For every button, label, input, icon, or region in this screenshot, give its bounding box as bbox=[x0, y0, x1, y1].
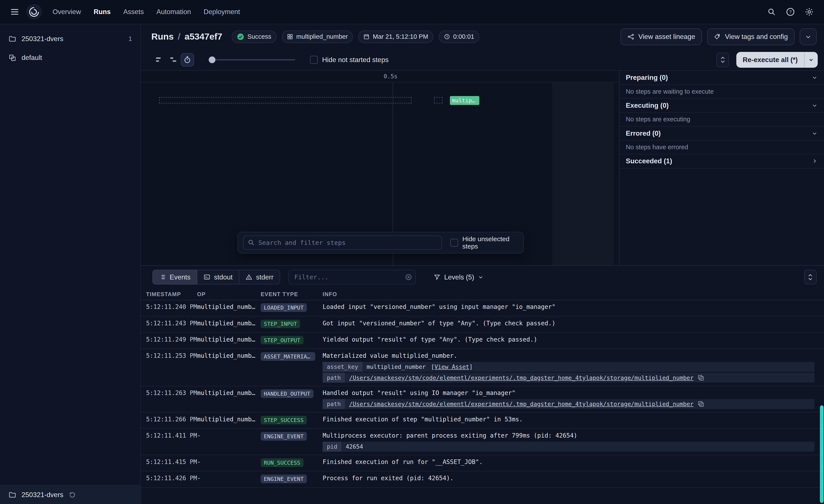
breadcrumb-runs-link[interactable]: Runs bbox=[151, 31, 174, 42]
calendar-icon bbox=[363, 33, 370, 40]
log-info-text: Materialized value multiplied_number. bbox=[323, 352, 815, 359]
top-navbar: Overview Runs Assets Automation Deployme… bbox=[0, 0, 824, 24]
step-search-input[interactable] bbox=[243, 236, 442, 250]
metadata-key: path bbox=[323, 399, 345, 409]
sidebar-item-default[interactable]: default bbox=[0, 48, 140, 67]
log-row[interactable]: 5:12:11.415 PM - RUN_SUCCESS Finished ex… bbox=[141, 455, 824, 471]
svg-text:?: ? bbox=[789, 9, 792, 14]
tab-events-label: Events bbox=[170, 273, 191, 281]
reexecute-all-button[interactable]: Re-execute all (*) bbox=[736, 52, 804, 68]
log-timestamp: 5:12:11.263 PM bbox=[146, 389, 197, 396]
refresh-icon[interactable] bbox=[69, 491, 76, 499]
folder-icon bbox=[8, 491, 16, 499]
run-duration: 0:00:01 bbox=[439, 30, 480, 43]
clear-filter-icon[interactable] bbox=[405, 273, 412, 281]
section-preparing-empty: No steps are waiting to execute bbox=[619, 85, 824, 99]
log-timestamp: 5:12:11.411 PM bbox=[146, 432, 197, 439]
settings-button[interactable] bbox=[802, 5, 817, 19]
chevron-down-icon bbox=[811, 75, 818, 81]
log-timestamp: 5:12:11.240 PM bbox=[146, 303, 197, 310]
log-info-text: Yielded output "result" of type "Any". (… bbox=[323, 336, 815, 343]
breadcrumb: Runs / a5347ef7 bbox=[151, 31, 222, 42]
log-row[interactable]: 5:12:11.266 PM multiplied_number STEP_SU… bbox=[141, 412, 824, 429]
log-row[interactable]: 5:12:11.253 PM multiplied_number ASSET_M… bbox=[141, 349, 824, 386]
log-info-text: Handled output "result" using IO manager… bbox=[323, 389, 815, 396]
help-button[interactable]: ? bbox=[783, 5, 798, 19]
log-row[interactable]: 5:12:11.240 PM multiplied_number LOADED_… bbox=[141, 300, 824, 317]
section-errored-empty: No steps have errored bbox=[619, 141, 824, 154]
tab-stdout[interactable]: stdout bbox=[197, 270, 239, 284]
tab-events[interactable]: Events bbox=[152, 270, 197, 284]
event-type-tag: LOADED_INPUT bbox=[261, 303, 307, 312]
flat-view-button[interactable] bbox=[152, 53, 166, 67]
logs-tabs: Events stdout stderr bbox=[152, 270, 280, 284]
expand-logs-button[interactable] bbox=[804, 270, 817, 284]
gantt-shaded-band bbox=[552, 83, 614, 265]
grid-icon bbox=[287, 33, 293, 40]
run-date: Mar 21, 5:12:10 PM bbox=[358, 30, 433, 43]
chevron-down-icon bbox=[811, 130, 818, 136]
path-link[interactable]: /Users/smackesey/stm/code/elementl/exper… bbox=[349, 374, 694, 381]
section-succeeded[interactable]: Succeeded (1) bbox=[619, 154, 824, 168]
hide-not-started-checkbox-group[interactable]: Hide not started steps bbox=[310, 56, 389, 64]
section-errored[interactable]: Errored (0) bbox=[619, 127, 824, 141]
nav-item-automation[interactable]: Automation bbox=[156, 8, 191, 16]
view-asset-lineage-button[interactable]: View asset lineage bbox=[620, 28, 702, 45]
hide-unselected-checkbox[interactable] bbox=[450, 239, 458, 247]
section-executing[interactable]: Executing (0) bbox=[619, 99, 824, 113]
dagster-logo[interactable] bbox=[26, 4, 42, 20]
hamburger-menu-button[interactable] bbox=[7, 5, 22, 19]
expand-collapse-panel-button[interactable] bbox=[716, 52, 729, 67]
hide-unselected-checkbox-group[interactable]: Hide unselected steps bbox=[450, 235, 518, 250]
log-info-text: Process for run exited (pid: 42654). bbox=[323, 475, 815, 482]
log-info-text: Multiprocess executor: parent process ex… bbox=[323, 432, 815, 439]
sidebar-footer[interactable]: 250321-dvers bbox=[0, 485, 140, 504]
log-row[interactable]: 5:12:11.263 PM multiplied_number HANDLED… bbox=[141, 386, 824, 413]
section-succeeded-title: Succeeded (1) bbox=[626, 157, 672, 165]
tab-stderr-label: stderr bbox=[256, 273, 274, 281]
levels-filter-button[interactable]: Levels (5) bbox=[428, 270, 489, 284]
log-op: - bbox=[197, 432, 261, 439]
log-op: multiplied_number bbox=[197, 336, 261, 343]
terminal-icon bbox=[204, 274, 210, 280]
nav-item-assets[interactable]: Assets bbox=[123, 8, 144, 16]
log-row[interactable]: 5:12:11.426 PM - ENGINE_EVENT Process fo… bbox=[141, 471, 824, 488]
log-row[interactable]: 5:12:11.411 PM - ENGINE_EVENT Multiproce… bbox=[141, 429, 824, 455]
gantt-toolbar: Hide not started steps Re-execute all (*… bbox=[141, 49, 824, 70]
timed-view-button[interactable] bbox=[181, 53, 194, 67]
asset-tag[interactable]: multiplied_number bbox=[282, 30, 353, 43]
sidebar-group-row[interactable]: 250321-dvers 1 bbox=[0, 29, 140, 48]
app-root: Overview Runs Assets Automation Deployme… bbox=[0, 0, 824, 504]
section-preparing[interactable]: Preparing (0) bbox=[619, 71, 824, 85]
metadata-key: pid bbox=[323, 442, 341, 452]
gantt-zoom-slider[interactable] bbox=[209, 56, 296, 64]
view-tags-config-button[interactable]: View tags and config bbox=[707, 28, 795, 45]
view-asset-link[interactable]: View Asset bbox=[434, 363, 470, 370]
metadata-row: path/Users/smackesey/stm/code/elementl/e… bbox=[323, 399, 815, 409]
reexecute-options-button[interactable] bbox=[804, 52, 818, 68]
log-row[interactable]: 5:12:11.243 PM multiplied_number STEP_IN… bbox=[141, 317, 824, 333]
run-actions-menu-button[interactable] bbox=[800, 28, 817, 45]
waterfall-view-button[interactable] bbox=[167, 53, 180, 67]
metadata-row: asset_keymultiplied_number[View Asset] bbox=[323, 362, 815, 372]
copy-icon[interactable] bbox=[698, 401, 704, 407]
search-button[interactable] bbox=[764, 5, 779, 19]
nav-item-runs[interactable]: Runs bbox=[94, 8, 111, 16]
logs-scrollbar-thumb[interactable] bbox=[820, 405, 824, 503]
log-timestamp: 5:12:11.266 PM bbox=[146, 416, 197, 423]
metadata-row: path/Users/smackesey/stm/code/elementl/e… bbox=[323, 373, 815, 383]
tab-stderr[interactable]: stderr bbox=[239, 270, 280, 284]
copy-icon[interactable] bbox=[698, 375, 704, 381]
nav-item-overview[interactable]: Overview bbox=[53, 8, 81, 16]
metadata-value: /Users/smackesey/stm/code/elementl/exper… bbox=[345, 373, 815, 383]
log-row[interactable]: 5:12:11.249 PM multiplied_number STEP_OU… bbox=[141, 333, 824, 349]
slider-knob[interactable] bbox=[209, 56, 216, 64]
warning-icon bbox=[245, 274, 252, 280]
log-filter-input[interactable] bbox=[289, 270, 416, 284]
metadata-rows: asset_keymultiplied_number[View Asset]pa… bbox=[323, 362, 815, 383]
path-link[interactable]: /Users/smackesey/stm/code/elementl/exper… bbox=[349, 401, 694, 407]
gantt-step-bar[interactable]: multiplied_number bbox=[450, 96, 479, 105]
gantt-chart[interactable]: 0.5s multiplied_number bbox=[141, 71, 619, 265]
nav-item-deployment[interactable]: Deployment bbox=[204, 8, 240, 16]
hide-not-started-checkbox[interactable] bbox=[310, 56, 318, 64]
